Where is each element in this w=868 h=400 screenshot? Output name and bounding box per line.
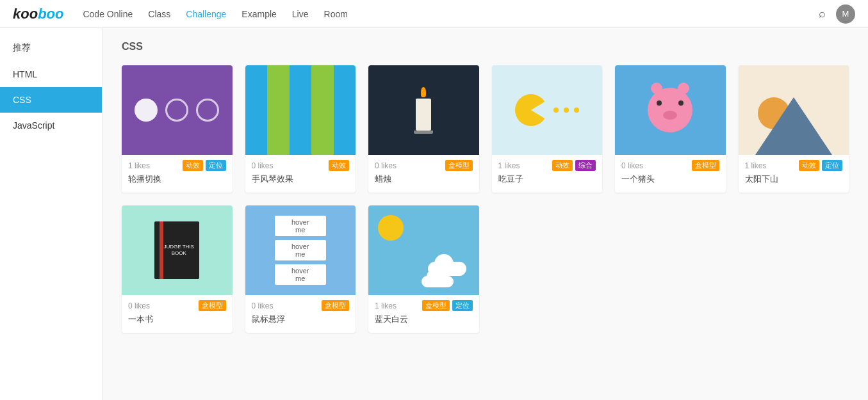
card-6-tags: 动效 定位 xyxy=(799,160,842,171)
content-area: CSS 1 likes 动效 定位 轮播切 xyxy=(102,28,868,400)
cards-grid: 1 likes 动效 定位 轮播切换 xyxy=(122,65,849,333)
pig-eye-right xyxy=(678,100,684,106)
card-1-likes-row: 1 likes 动效 定位 xyxy=(128,160,226,171)
card-1[interactable]: 1 likes 动效 定位 轮播切换 xyxy=(122,65,233,193)
nav-room[interactable]: Room xyxy=(324,9,348,19)
card-9-likes-count: 1 likes xyxy=(375,301,397,310)
nav-class[interactable]: Class xyxy=(148,9,170,19)
card-3[interactable]: 0 likes 盒模型 蜡烛 xyxy=(368,65,479,193)
stripe-blue-3 xyxy=(334,65,356,155)
tag-wei-1: 定位 xyxy=(206,160,226,171)
card-5-likes-count: 0 likes xyxy=(621,161,643,170)
pig-ear-left xyxy=(651,83,662,94)
candle-illustration xyxy=(414,87,433,134)
pig-ear-right xyxy=(678,83,689,94)
card-2-likes-row: 0 likes 动效 xyxy=(252,160,350,171)
tag-dong-2: 动效 xyxy=(329,160,349,171)
card-2-likes-count: 0 likes xyxy=(252,161,274,170)
hover-btn-2: hover me xyxy=(275,240,326,260)
circle-outline-icon-1 xyxy=(165,99,188,122)
card-4[interactable]: 1 likes 动效 综合 吃豆子 xyxy=(492,65,603,193)
hover-btn-1: hover me xyxy=(275,216,326,236)
nav-example[interactable]: Example xyxy=(242,9,276,19)
card-7-likes-row: 0 likes 盒模型 xyxy=(128,300,226,311)
card-5-tags: 盒模型 xyxy=(692,160,719,171)
card-6-title: 太阳下山 xyxy=(745,173,843,185)
sidebar-item-css[interactable]: CSS xyxy=(0,87,102,113)
sidebar-item-javascript[interactable]: JavaScript xyxy=(0,113,102,138)
card-8-thumbnail: hover me hover me hover me xyxy=(245,205,356,295)
card-4-likes-count: 1 likes xyxy=(498,161,520,170)
header-right: ⌕ M xyxy=(819,4,855,24)
card-4-thumbnail xyxy=(492,65,603,155)
tag-dong-4: 动效 xyxy=(552,160,573,171)
nav-code-online[interactable]: Code Online xyxy=(83,9,133,19)
card-6-info: 1 likes 动效 定位 太阳下山 xyxy=(739,155,849,193)
card-8-likes-count: 0 likes xyxy=(252,301,274,310)
tag-zong-4: 综合 xyxy=(575,160,596,171)
candle-body xyxy=(416,99,431,131)
card-8[interactable]: hover me hover me hover me 0 likes 盒模型 鼠… xyxy=(245,205,356,333)
sun-icon xyxy=(378,215,404,241)
card-8-likes-row: 0 likes 盒模型 xyxy=(252,300,350,311)
search-button[interactable]: ⌕ xyxy=(819,7,826,20)
card-4-tags: 动效 综合 xyxy=(552,160,596,171)
card-1-title: 轮播切换 xyxy=(128,173,226,185)
card-2[interactable]: 0 likes 动效 手风琴效果 xyxy=(245,65,356,193)
nav-live[interactable]: Live xyxy=(292,9,309,19)
card-5[interactable]: 0 likes 盒模型 一个猪头 xyxy=(615,65,726,193)
circle-outline-icon-2 xyxy=(196,99,219,122)
card-4-title: 吃豆子 xyxy=(498,173,596,185)
tag-dong-1: 动效 xyxy=(183,160,203,171)
card-8-tags: 盒模型 xyxy=(322,300,349,311)
mountain-shape xyxy=(755,97,832,155)
main-layout: 推荐 HTML CSS JavaScript CSS 1 likes 动效 xyxy=(0,28,868,400)
pig-face-icon xyxy=(648,88,692,132)
card-3-likes-row: 0 likes 盒模型 xyxy=(375,160,473,171)
card-9-info: 1 likes 盒模型 定位 蓝天白云 xyxy=(368,295,479,333)
flame-icon xyxy=(421,87,426,97)
card-9[interactable]: 1 likes 盒模型 定位 蓝天白云 xyxy=(368,205,479,333)
card-5-thumbnail xyxy=(615,65,726,155)
tag-wei-9: 定位 xyxy=(452,300,473,311)
card-7-info: 0 likes 盒模型 一本书 xyxy=(122,295,233,333)
tag-he-8: 盒模型 xyxy=(322,300,349,311)
card-7-thumbnail: JUDGE THIS BOOK xyxy=(122,205,233,295)
sidebar-item-html[interactable]: HTML xyxy=(0,61,102,87)
dot-1 xyxy=(553,108,559,113)
card-9-tags: 盒模型 定位 xyxy=(422,300,473,311)
card-7[interactable]: JUDGE THIS BOOK 0 likes 盒模型 一本书 xyxy=(122,205,233,333)
card-6-thumbnail xyxy=(739,65,849,155)
main-nav: Code Online Class Challenge Example Live… xyxy=(83,9,819,19)
user-avatar[interactable]: M xyxy=(836,4,855,24)
card-2-info: 0 likes 动效 手风琴效果 xyxy=(245,155,356,193)
circle-filled-icon xyxy=(135,99,158,122)
stripe-blue-1 xyxy=(245,65,268,155)
logo: kooboo xyxy=(13,6,63,22)
card-8-title: 鼠标悬浮 xyxy=(252,314,350,325)
card-9-thumbnail xyxy=(368,205,479,295)
card-1-tags: 动效 定位 xyxy=(183,160,226,171)
card-8-info: 0 likes 盒模型 鼠标悬浮 xyxy=(245,295,356,333)
card-3-thumbnail xyxy=(368,65,479,155)
card-6[interactable]: 1 likes 动效 定位 太阳下山 xyxy=(739,65,849,193)
card-3-likes-count: 0 likes xyxy=(375,161,397,170)
card-5-title: 一个猪头 xyxy=(621,173,719,185)
card-1-likes-count: 1 likes xyxy=(128,161,150,170)
nav-challenge[interactable]: Challenge xyxy=(186,9,226,19)
stripe-blue-2 xyxy=(290,65,312,155)
dot-2 xyxy=(564,108,569,113)
sidebar-item-tuijian[interactable]: 推荐 xyxy=(0,35,102,61)
tag-he-9: 盒模型 xyxy=(422,300,450,311)
tag-he-5: 盒模型 xyxy=(692,160,719,171)
tag-he-3: 盒模型 xyxy=(445,160,473,171)
card-2-thumbnail xyxy=(245,65,356,155)
book-illustration: JUDGE THIS BOOK xyxy=(154,221,199,279)
card-6-likes-row: 1 likes 动效 定位 xyxy=(745,160,843,171)
candle-base xyxy=(414,131,433,134)
cloud-2 xyxy=(422,276,454,287)
card-3-info: 0 likes 盒模型 蜡烛 xyxy=(368,155,479,193)
card-9-likes-row: 1 likes 盒模型 定位 xyxy=(375,300,473,311)
sunset-scene xyxy=(739,65,849,155)
card-9-title: 蓝天白云 xyxy=(375,314,473,325)
